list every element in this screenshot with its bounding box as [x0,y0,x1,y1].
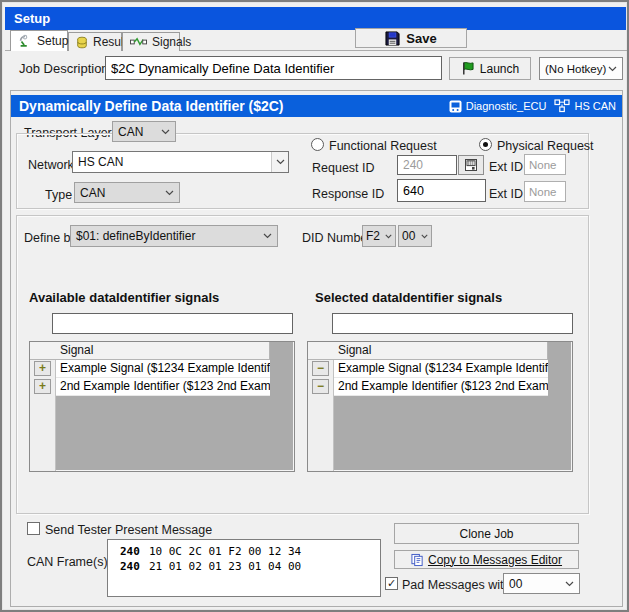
tab-setup-label: Setup [37,34,68,48]
available-signals-heading: Available dataIdentifier signals [29,290,219,305]
clone-job-label: Clone Job [459,527,513,541]
chevron-down-icon [421,234,428,239]
ecu-icon [449,100,462,113]
available-search-input[interactable] [52,313,293,334]
results-database-icon [76,36,88,49]
window-titlebar: Setup [5,7,626,30]
network-nodes-icon [554,99,570,113]
can-frame-line: 24010 0C 2C 01 F2 00 12 34 [120,544,380,559]
selected-list-column-header[interactable]: Signal [308,342,548,360]
functional-request-radio[interactable] [311,138,324,151]
physical-request-label: Physical Request [497,139,594,153]
network-select[interactable]: HS CAN [72,151,289,173]
functional-request-label: Functional Request [329,139,437,153]
clone-job-button[interactable]: Clone Job [394,523,579,544]
pad-value: 00 [509,577,522,591]
selected-signals-list[interactable]: Signal − Example Signal ($1234 Example I… [307,341,573,472]
hotkey-value: (No Hotkey) [545,63,606,75]
request-id-label: Request ID [312,161,375,175]
did-high-value: F2 [366,229,380,243]
pad-messages-label: Pad Messages with [402,578,510,592]
mini-floppy-icon [465,159,477,171]
response-id-input[interactable] [397,179,486,202]
type-select[interactable]: CAN [74,182,180,203]
copy-to-messages-editor-label: Copy to Messages Editor [428,553,562,567]
chevron-down-icon [161,129,170,135]
ext-id-label-1: Ext ID [489,160,523,174]
tab-signals[interactable]: Signals [122,32,180,51]
launch-flag-icon [461,61,474,76]
setup-window: Setup Setup Results Signals Save Job Des… [0,0,629,612]
check-icon: ✓ [387,577,396,589]
request-id-picker-button[interactable] [458,155,484,175]
add-icon[interactable]: + [34,379,51,394]
chevron-down-icon [565,581,574,587]
response-id-label: Response ID [312,187,384,201]
selected-signals-heading: Selected dataIdentifier signals [315,290,502,305]
signal-name: Example Signal ($1234 Example Identifier… [334,360,548,378]
selected-search-input[interactable] [332,313,573,334]
copy-to-messages-editor-button[interactable]: Copy to Messages Editor [394,550,579,569]
job-description-input[interactable] [105,56,442,80]
copy-icon [411,553,424,567]
job-description-label: Job Description [19,61,109,76]
frame-bytes: 21 01 02 01 23 01 04 00 [149,560,301,573]
pad-messages-checkbox[interactable]: ✓ [385,577,398,590]
tester-present-checkbox[interactable] [27,522,40,535]
transport-layer-value: CAN [118,125,143,139]
launch-button[interactable]: Launch [449,57,531,80]
frame-bytes: 10 0C 2C 01 F2 00 12 34 [149,545,301,558]
signal-name: Example Signal ($1234 Example Identifier… [56,360,270,378]
section-title: Dynamically Define Data Identifier ($2C) [19,98,284,114]
ext-id-label-2: Ext ID [489,187,523,201]
pad-value-select[interactable]: 00 [503,573,580,594]
network-label: Network [28,158,74,172]
define-by-select[interactable]: $01: defineByIdentifier [70,225,278,247]
define-by-value: $01: defineByIdentifier [76,229,195,243]
section-header: Dynamically Define Data Identifier ($2C)… [11,95,622,117]
transport-layer-select[interactable]: CAN [112,121,176,142]
available-list-column-header[interactable]: Signal [30,342,270,360]
tab-results[interactable]: Results [68,32,122,51]
chevron-down-icon [608,66,617,72]
request-id-input[interactable] [397,155,457,175]
remove-icon[interactable]: − [312,361,329,376]
physical-request-radio[interactable] [479,138,492,151]
ext-id-input-1[interactable] [524,154,566,175]
save-floppy-icon [385,31,400,46]
network-value: HS CAN [78,155,123,169]
launch-button-label: Launch [480,62,519,76]
type-label: Type [45,188,72,202]
signal-name: 2nd Example Identifier ($123 2nd Example… [56,378,270,396]
section-network-label: HS CAN [574,100,616,112]
list-item[interactable]: + 2nd Example Identifier ($123 2nd Examp… [30,378,270,396]
hotkey-select[interactable]: (No Hotkey) [539,57,623,80]
chevron-down-icon[interactable] [271,152,288,172]
tab-setup[interactable]: Setup [10,30,68,51]
can-frame-line: 24021 01 02 01 23 01 04 00 [120,559,380,574]
section-ecu-label: Diagnostic_ECU [466,100,547,112]
chevron-down-icon [385,234,392,239]
available-signals-list[interactable]: Signal + Example Signal ($1234 Example I… [29,341,295,472]
signals-waveform-icon [130,37,147,47]
can-frames-box: 24010 0C 2C 01 F2 00 12 34 24021 01 02 0… [107,539,381,597]
did-high-select[interactable]: F2 [362,225,396,247]
chevron-down-icon [263,233,272,239]
list-item[interactable]: − Example Signal ($1234 Example Identifi… [308,360,548,378]
tab-signals-label: Signals [152,35,191,49]
did-low-select[interactable]: 00 [398,225,432,247]
list-item[interactable]: + Example Signal ($1234 Example Identifi… [30,360,270,378]
ext-id-input-2[interactable] [524,181,566,202]
remove-icon[interactable]: − [312,379,329,394]
signal-name: 2nd Example Identifier ($123 2nd Example… [334,378,548,396]
add-icon[interactable]: + [34,361,51,376]
can-frames-label: CAN Frame(s) [27,555,108,569]
save-button[interactable]: Save [355,28,467,48]
frame-arbitration-id: 240 [120,545,140,558]
frame-arbitration-id: 240 [120,560,140,573]
did-low-value: 00 [402,229,415,243]
setup-clamp-icon [18,34,32,49]
tester-present-label: Send Tester Present Message [45,523,212,537]
type-value: CAN [80,186,105,200]
list-item[interactable]: − 2nd Example Identifier ($123 2nd Examp… [308,378,548,396]
